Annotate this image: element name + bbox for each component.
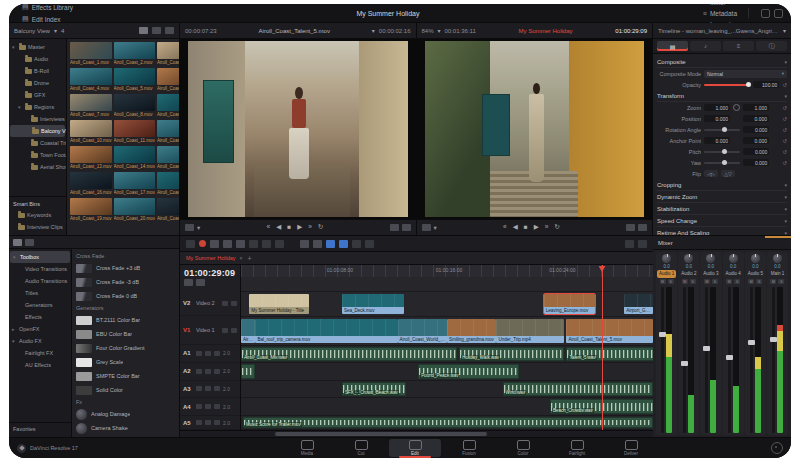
collapsed-section-header[interactable]: Retime And Scaling ▾ <box>657 227 787 235</box>
loop-button[interactable]: ↻ <box>318 224 323 231</box>
tab-file[interactable]: ⓘ <box>756 41 787 51</box>
mute-button[interactable]: M <box>770 279 776 284</box>
bin-item[interactable]: ▾ Master <box>9 41 66 53</box>
opacity-slider[interactable] <box>704 84 750 86</box>
audio-clip[interactable]: SFX_-_Crowd_Beach.wav <box>342 382 406 397</box>
fader-track[interactable] <box>683 287 686 433</box>
timeline-tab[interactable]: My Summer Holiday × <box>186 255 242 261</box>
mute-icon[interactable] <box>205 369 211 374</box>
zoom-in-icon[interactable] <box>638 240 647 248</box>
bin-item[interactable]: Town Footage <box>9 149 66 161</box>
video-track-2[interactable]: My Summer Holiday - Title Sea_Deck.mov L… <box>241 292 653 317</box>
effects-tree-item[interactable]: ▾ Toolbox <box>10 251 70 263</box>
solo-icon[interactable] <box>214 420 220 425</box>
strip-label[interactable]: Audio 2 <box>679 270 698 278</box>
reset-icon[interactable]: ↺ <box>782 105 787 111</box>
value-x[interactable]: 0.000 <box>743 159 769 166</box>
select-tool-icon[interactable] <box>210 240 219 248</box>
chevron-down-icon[interactable]: ▾ <box>434 224 437 232</box>
value-y[interactable]: 1.000 <box>743 104 769 111</box>
fader-track[interactable] <box>728 287 731 433</box>
tree-arrow-icon[interactable]: ▾ <box>12 338 17 344</box>
flag-icon[interactable] <box>339 240 348 248</box>
solo-button[interactable]: S <box>756 279 762 284</box>
video-clip[interactable]: Under_Trip.mp4 <box>496 319 564 343</box>
play-reverse-button[interactable]: ◀ <box>276 224 281 231</box>
mute-icon[interactable] <box>205 420 211 425</box>
effects-tree-item[interactable]: Effects <box>9 311 71 323</box>
value-x[interactable]: 0.000 <box>704 137 730 144</box>
fader-track[interactable] <box>661 287 664 433</box>
video-clip[interactable]: Airoll_Co... <box>241 319 255 343</box>
audio-clip[interactable] <box>241 364 255 379</box>
generator-item[interactable]: Four Color Gradient <box>76 341 175 355</box>
position-lock-icon[interactable] <box>313 240 322 248</box>
add-timeline-icon[interactable]: + <box>247 255 251 262</box>
maximize-icon[interactable] <box>774 9 783 18</box>
bin-item[interactable]: Aerial Shots <box>9 161 66 173</box>
chevron-down-icon[interactable]: ▾ <box>438 27 441 34</box>
reset-icon[interactable]: ↺ <box>782 138 787 144</box>
reset-icon[interactable]: ↺ <box>782 160 787 166</box>
play-button[interactable]: ▶ <box>297 224 302 231</box>
timeline-selector[interactable]: Timeline - woman_leaving_...Gwens_Angrid… <box>653 23 791 39</box>
transform-section-header[interactable]: Transform ▾ <box>657 90 787 102</box>
fullscreen-icon[interactable] <box>638 224 647 231</box>
media-clip[interactable]: Airoll_Coast_8.mov <box>114 94 156 118</box>
reset-icon[interactable]: ↺ <box>782 149 787 155</box>
fader-track[interactable] <box>705 287 708 433</box>
channel-strip[interactable]: 0.0 Main 1 M S <box>767 252 788 435</box>
zoom-out-icon[interactable] <box>625 240 634 248</box>
track-header-v2[interactable]: V2 Video 2 <box>180 291 240 316</box>
bin-item[interactable]: GFX <box>9 89 66 101</box>
value-x[interactable]: 1.000 <box>704 104 730 111</box>
solo-button[interactable]: S <box>734 279 740 284</box>
media-clip[interactable]: Airoll_Coast_14.mov <box>114 146 156 170</box>
opacity-value[interactable]: 100.00 <box>753 81 779 88</box>
generator-item[interactable]: EBU Color Bar <box>76 327 175 341</box>
audio-track-1[interactable]: Airoll_Coast_Mix.wav Holiday_Walk.wav Ta… <box>241 346 653 364</box>
page-button[interactable]: Edit <box>389 439 441 457</box>
timeline-settings-icon[interactable] <box>184 279 193 286</box>
arm-icon[interactable] <box>196 386 202 391</box>
value-x[interactable]: 0.000 <box>743 126 769 133</box>
solo-button[interactable]: S <box>668 279 674 284</box>
channel-strip[interactable]: 0.0 Audio 3 M S <box>700 252 721 435</box>
track-header-a4[interactable]: A4 2.0 <box>180 398 240 416</box>
arm-icon[interactable] <box>196 351 202 356</box>
bin-item[interactable]: Balcony View <box>10 125 65 137</box>
value-slider[interactable] <box>704 129 740 131</box>
audio-clip[interactable]: Music Score for Trailer.mov <box>243 417 653 428</box>
in-out-icon[interactable] <box>390 224 399 231</box>
play-button[interactable]: ▶ <box>534 224 539 231</box>
fader-handle[interactable] <box>770 337 777 342</box>
page-button[interactable]: Deliver <box>605 439 657 457</box>
value-x[interactable]: 0.000 <box>743 148 769 155</box>
panel-toggle-button[interactable]: ▤Effects Library <box>17 4 78 13</box>
strip-label[interactable]: Main 1 <box>769 270 787 278</box>
favorites-label[interactable]: Favorites <box>9 422 71 435</box>
jump-end-button[interactable]: » <box>308 224 312 231</box>
audio-track-2[interactable]: Found_Peace.wav <box>241 363 653 381</box>
bin-item[interactable]: Audio <box>9 53 66 65</box>
lock-icon[interactable] <box>222 301 228 306</box>
reset-icon[interactable]: ↺ <box>782 82 787 88</box>
arm-icon[interactable] <box>196 369 202 374</box>
channel-strip[interactable]: 0.0 Audio 2 M S <box>678 252 699 435</box>
thumbnail-view-icon[interactable] <box>139 27 148 34</box>
collapsed-section-header[interactable]: Stabilization ▾ <box>657 203 787 215</box>
audio-clip[interactable]: Holiday_Walk.wav <box>459 347 564 362</box>
lock-icon[interactable] <box>222 328 228 333</box>
flip-vertical-button[interactable]: △▽ <box>721 170 735 177</box>
minimize-icon[interactable] <box>761 9 770 18</box>
bin-item[interactable]: Drone <box>9 77 66 89</box>
snapping-icon[interactable] <box>326 240 335 248</box>
page-button[interactable]: Fairlight <box>551 439 603 457</box>
bin-arrow-icon[interactable]: ▾ <box>18 104 23 110</box>
effects-tree-item[interactable]: ▸ OpenFX <box>9 323 71 335</box>
effect-item[interactable]: Cross Fade +3 dB <box>76 261 175 275</box>
chevron-down-icon[interactable]: ▾ <box>197 224 200 232</box>
mute-icon[interactable] <box>205 351 211 356</box>
effects-tree-item[interactable]: Audio Transitions <box>9 275 71 287</box>
mute-button[interactable]: M <box>748 279 754 284</box>
